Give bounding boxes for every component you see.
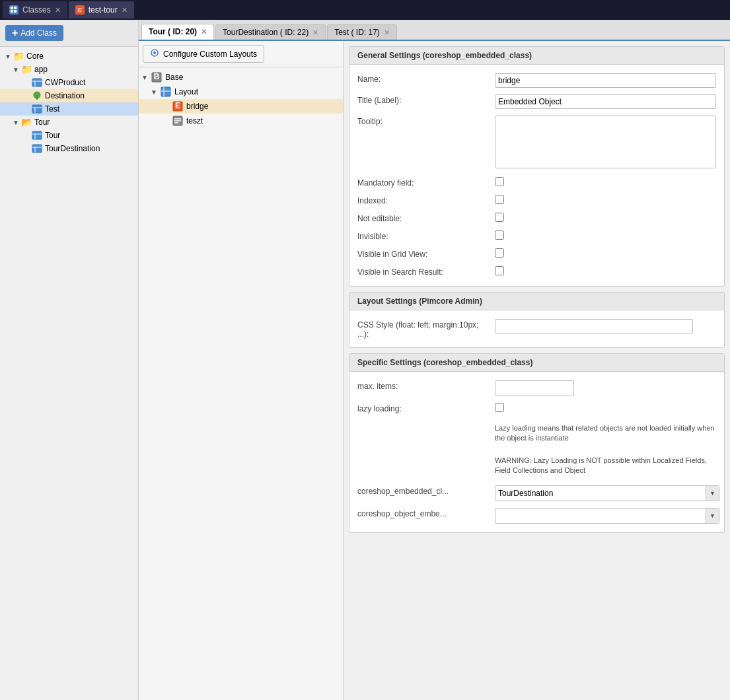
general-settings-content: Name: Title (Label): Toolt <box>349 65 724 286</box>
mandatory-checkbox[interactable] <box>495 177 504 186</box>
coreshop-embedded-select-wrapper: TourDestination Tour Destination CWProdu… <box>495 485 719 501</box>
visible-grid-label: Visible in Grid View: <box>357 248 490 259</box>
specific-settings-content: max. items: ▲ ▼ <box>349 372 724 532</box>
tour-tab-close[interactable]: ✕ <box>201 28 207 36</box>
css-style-input[interactable] <box>495 319 693 333</box>
layout-tree-layout[interactable]: ▼ Layout <box>139 85 343 99</box>
teszt-label: teszt <box>186 116 203 125</box>
title-input[interactable] <box>495 94 716 109</box>
tour-tab-label: Tour ( ID: 20) <box>149 27 197 36</box>
invisible-checkbox[interactable] <box>495 230 504 240</box>
app-folder-icon: 📁 <box>21 64 32 75</box>
coreshop-object-select-arrow: ▼ <box>706 508 719 523</box>
max-items-input[interactable] <box>495 381 574 396</box>
sidebar-item-test[interactable]: Test <box>0 102 138 116</box>
tooltip-textarea[interactable] <box>495 116 716 168</box>
sidebar-item-tourdestination[interactable]: TourDestination <box>0 142 138 155</box>
tour-class-icon <box>32 130 42 141</box>
lazy-loading-desc2-row: WARNING: Lazy Loading is NOT possible wi… <box>357 450 716 482</box>
sidebar-item-app[interactable]: ▼ 📁 app <box>0 63 138 76</box>
coreshop-embedded-row: coreshop_embedded_cl... TourDestination … <box>357 482 716 505</box>
svg-point-18 <box>153 52 156 54</box>
title-bar: Classes ✕ C test-tour ✕ <box>0 0 730 20</box>
classes-title-tab[interactable]: Classes ✕ <box>3 1 67 18</box>
classes-tab-label: Classes <box>22 5 51 15</box>
mandatory-row: Mandatory field: <box>357 174 716 192</box>
bridge-label: bridge <box>186 102 208 111</box>
lazy-loading-label: lazy loading: <box>357 403 490 413</box>
add-class-button[interactable]: + Add Class <box>5 25 63 41</box>
invisible-label: Invisible: <box>357 230 490 241</box>
mandatory-control <box>495 177 716 188</box>
bridge-icon: E <box>172 101 184 112</box>
cwproduct-icon <box>32 77 42 88</box>
test-content-tab[interactable]: Test ( ID: 17) ✕ <box>327 24 397 40</box>
visible-grid-checkbox[interactable] <box>495 248 504 258</box>
name-label: Name: <box>357 73 490 84</box>
visible-search-row: Visible in Search Result: <box>357 263 716 281</box>
sidebar: + Add Class ▼ 📁 Core ▼ 📁 app <box>0 20 139 700</box>
layout-tree-panel: Configure Custom Layouts ▼ B Base ▼ <box>139 41 344 700</box>
tourdestination-tab-close[interactable]: ✕ <box>312 28 318 37</box>
tourdestination-tab-label: TourDestination ( ID: 22) <box>223 28 309 37</box>
sidebar-item-cwproduct[interactable]: CWProduct <box>0 76 138 89</box>
max-items-row: max. items: ▲ ▼ <box>357 377 716 400</box>
sidebar-item-core[interactable]: ▼ 📁 Core <box>0 50 138 63</box>
sidebar-item-tour-folder[interactable]: ▼ 📂 Tour <box>0 116 138 129</box>
test-tour-title-tab[interactable]: C test-tour ✕ <box>69 1 134 18</box>
coreshop-object-select-wrapper: ▼ <box>495 508 719 524</box>
tourdestination-label: TourDestination <box>45 144 100 153</box>
coreshop-object-row: coreshop_object_embe... ▼ <box>357 505 716 527</box>
base-toggle: ▼ <box>141 74 151 81</box>
indexed-checkbox[interactable] <box>495 195 504 204</box>
name-input[interactable] <box>495 73 716 88</box>
layout-tree-bridge[interactable]: E bridge <box>139 99 343 114</box>
coreshop-object-select[interactable] <box>495 508 706 523</box>
test-tab-label: Test ( ID: 17) <box>334 28 380 37</box>
test-tour-tab-close[interactable]: ✕ <box>122 6 128 15</box>
layout-toolbar: Configure Custom Layouts <box>139 41 343 67</box>
coreshop-object-control: ▼ <box>495 508 719 524</box>
title-label: Title (Label): <box>357 94 490 105</box>
svg-rect-3 <box>14 10 17 13</box>
indexed-control <box>495 195 716 206</box>
lazy-loading-desc1-spacer <box>357 421 490 422</box>
add-class-icon: + <box>12 28 18 38</box>
base-icon: B <box>151 72 163 83</box>
test-tab-close[interactable]: ✕ <box>384 28 390 37</box>
test-tour-tab-icon: C <box>75 5 85 15</box>
invisible-control <box>495 230 716 242</box>
visible-search-checkbox[interactable] <box>495 266 504 275</box>
core-toggle-icon: ▼ <box>3 53 13 60</box>
layout-toggle: ▼ <box>151 88 160 96</box>
lazy-loading-desc2-text: WARNING: Lazy Loading is NOT possible wi… <box>495 453 716 479</box>
max-items-control: ▲ ▼ <box>495 380 716 396</box>
layout-tree-base[interactable]: ▼ B Base <box>139 70 343 85</box>
sidebar-item-tour-class[interactable]: Tour <box>0 129 138 142</box>
classes-tab-close[interactable]: ✕ <box>55 6 61 15</box>
svg-rect-8 <box>32 105 42 113</box>
coreshop-embedded-select[interactable]: TourDestination Tour Destination CWProdu… <box>495 486 706 501</box>
tourdestination-content-tab[interactable]: TourDestination ( ID: 22) ✕ <box>215 24 326 40</box>
not-editable-control <box>495 213 716 224</box>
svg-rect-1 <box>14 7 17 9</box>
coreshop-embedded-label: coreshop_embedded_cl... <box>357 485 490 496</box>
tour-content-tab[interactable]: Tour ( ID: 20) ✕ <box>141 24 214 40</box>
coreshop-embedded-select-arrow: ▼ <box>706 486 719 501</box>
sidebar-item-destination[interactable]: Destination <box>0 89 138 102</box>
core-label: Core <box>26 52 44 61</box>
not-editable-checkbox[interactable] <box>495 213 504 222</box>
svg-text:B: B <box>154 72 160 81</box>
inner-layout: Configure Custom Layouts ▼ B Base ▼ <box>139 41 730 700</box>
layout-tree-teszt[interactable]: teszt <box>139 114 343 128</box>
configure-layouts-button[interactable]: Configure Custom Layouts <box>143 45 264 63</box>
add-class-label: Add Class <box>20 28 57 38</box>
svg-rect-2 <box>11 10 13 13</box>
lazy-loading-checkbox[interactable] <box>495 403 504 412</box>
svg-rect-11 <box>32 131 42 139</box>
configure-button-label: Configure Custom Layouts <box>163 50 257 59</box>
layout-label: Layout <box>174 87 198 96</box>
layout-settings-header: Layout Settings (Pimcore Admin) <box>349 293 724 310</box>
tourdestination-icon <box>32 143 42 154</box>
test-label: Test <box>45 104 59 114</box>
